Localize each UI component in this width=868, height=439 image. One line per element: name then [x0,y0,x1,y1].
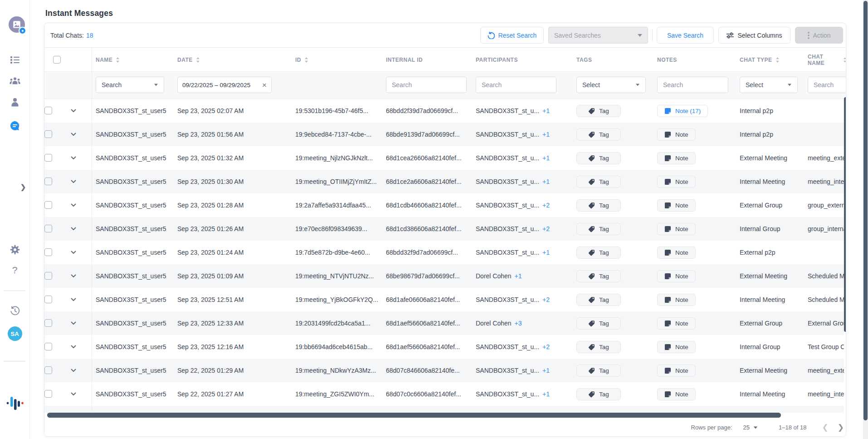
row-checkbox[interactable] [44,154,52,162]
table-row[interactable]: SANDBOX3ST_st_user5 Sep 23, 2025 01:26 A… [44,217,844,241]
chat-name-filter-input[interactable] [808,77,846,93]
table-row[interactable]: SANDBOX3ST_st_user5 Sep 23, 2025 01:30 A… [44,170,844,193]
tag-button[interactable]: Tag [576,247,621,259]
save-search-button[interactable]: Save Search [657,27,714,44]
note-button[interactable]: Note [657,365,696,377]
column-header-internal_id[interactable]: INTERNAL ID [386,48,423,72]
note-button[interactable]: Note [657,317,696,330]
saved-searches-select[interactable]: Saved Searches [548,27,648,44]
expand-row-button[interactable] [70,250,77,255]
table-row[interactable]: SANDBOX3ST_st_user5 Sep 22, 2025 01:27 A… [44,382,844,406]
note-button[interactable]: Note [657,341,696,353]
row-checkbox[interactable] [44,201,52,209]
participants-more-badge[interactable]: +1 [542,107,550,114]
note-button[interactable]: Note (17) [657,105,708,117]
tag-button[interactable]: Tag [576,176,621,188]
column-header-name[interactable]: NAME [96,48,120,72]
sidebar-item-settings[interactable] [0,244,29,255]
note-button[interactable]: Note [657,128,696,141]
chat-name-search-input[interactable] [814,81,846,89]
participants-more-badge[interactable]: +1 [542,178,550,185]
clear-date-icon[interactable]: × [258,81,267,89]
tag-button[interactable]: Tag [576,365,621,377]
note-button[interactable]: Note [657,223,696,235]
sidebar-item-lists[interactable] [0,54,29,66]
row-checkbox[interactable] [44,272,52,280]
expand-row-button[interactable] [70,155,77,161]
row-checkbox[interactable] [44,130,52,138]
expand-row-button[interactable] [70,202,77,208]
name-filter-select[interactable]: Search [96,77,164,93]
participants-more-badge[interactable]: +1 [542,131,550,138]
table-row[interactable]: SANDBOX3ST_st_user5 Sep 23, 2025 02:07 A… [44,99,844,123]
expand-row-button[interactable] [70,297,77,302]
expand-row-button[interactable] [70,273,77,279]
participants-more-badge[interactable]: +1 [542,249,550,256]
table-row[interactable]: SANDBOX3ST_st_user5 Sep 23, 2025 01:24 A… [44,241,844,264]
column-header-chat_name[interactable]: CHAT NAME [808,48,846,72]
sidebar-item-history[interactable] [0,306,29,316]
chat-type-filter-select[interactable]: Select [740,77,798,93]
tag-button[interactable]: Tag [576,317,621,330]
next-page-button[interactable]: ❯ [838,423,844,432]
tag-button[interactable]: Tag [576,223,621,235]
note-button[interactable]: Note [657,388,696,400]
participants-more-badge[interactable]: +1 [542,367,550,374]
row-checkbox[interactable] [44,390,52,398]
sidebar-item-groups[interactable] [0,75,29,86]
tag-button[interactable]: Tag [576,105,621,117]
participants-more-badge[interactable]: +2 [542,225,550,232]
note-button[interactable]: Note [657,152,696,164]
participants-more-badge[interactable]: +2 [542,296,550,303]
window-scrollbar[interactable] [863,1,868,420]
column-header-date[interactable]: DATE [177,48,200,72]
reset-search-button[interactable]: Reset Search [480,27,544,44]
row-checkbox[interactable] [44,178,52,185]
internal-id-filter-input[interactable] [386,77,467,93]
participants-filter-input[interactable] [476,77,556,93]
note-button[interactable]: Note [657,294,696,306]
note-button[interactable]: Note [657,199,696,212]
table-row[interactable]: SANDBOX3ST_st_user5 Sep 23, 2025 01:09 A… [44,264,844,288]
select-all-checkbox[interactable] [53,56,61,64]
expand-row-button[interactable] [70,321,77,326]
expand-row-button[interactable] [70,391,77,397]
expand-row-button[interactable] [70,226,77,232]
previous-page-button[interactable]: ❮ [822,423,829,432]
participants-more-badge[interactable]: +1 [515,272,522,280]
note-button[interactable]: Note [657,176,696,188]
expand-row-button[interactable] [70,132,77,137]
select-columns-button[interactable]: Select Columns [718,27,790,44]
participants-more-badge[interactable]: +2 [542,202,550,209]
sidebar-item-users[interactable] [0,96,29,108]
note-button[interactable]: Note [657,270,696,282]
action-button[interactable]: Action [795,27,843,44]
column-header-tags[interactable]: TAGS [576,48,592,72]
table-horizontal-scrollbar[interactable] [47,413,781,418]
table-row[interactable]: SANDBOX3ST_st_user5 Sep 23, 2025 12:33 A… [44,311,844,335]
column-header-notes[interactable]: NOTES [657,48,677,72]
rows-per-page-select[interactable]: 25 [743,424,758,431]
column-header-id[interactable]: ID [295,48,308,72]
tag-button[interactable]: Tag [576,388,621,400]
table-row[interactable]: SANDBOX3ST_st_user5 Sep 23, 2025 01:28 A… [44,193,844,217]
date-filter-input[interactable]: 09/22/2025 – 09/29/2025 × [177,77,272,93]
sidebar-collapse-handle[interactable]: ❯ [16,183,30,192]
tags-filter-select[interactable]: Select [576,77,646,93]
participants-more-badge[interactable]: +3 [515,320,522,327]
row-checkbox[interactable] [44,319,52,327]
tag-button[interactable]: Tag [576,199,621,212]
expand-row-button[interactable] [70,344,77,350]
row-checkbox[interactable] [44,343,52,350]
table-vertical-scrollbar[interactable] [844,97,846,332]
table-row[interactable]: SANDBOX3ST_st_user5 Sep 23, 2025 01:32 A… [44,146,844,170]
participants-more-badge[interactable]: +2 [542,343,550,350]
participants-more-badge[interactable]: +1 [542,154,550,162]
participants-more-badge[interactable]: +1 [542,390,550,398]
row-checkbox[interactable] [44,366,52,374]
column-header-chat_type[interactable]: CHAT TYPE [740,48,780,72]
user-avatar[interactable]: SA [0,326,29,341]
note-button[interactable]: Note [657,247,696,259]
tag-button[interactable]: Tag [576,128,621,141]
workspace-avatar[interactable] [9,16,25,33]
